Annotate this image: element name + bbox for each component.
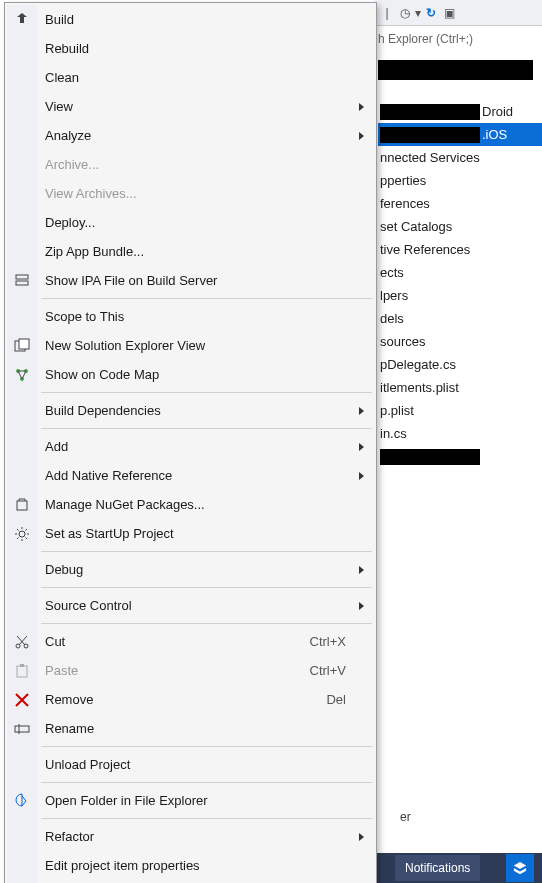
tree-item-label: p.plist: [380, 403, 414, 418]
tree-item[interactable]: sources: [378, 330, 542, 353]
menu-separator: [41, 782, 372, 783]
window-icon[interactable]: ▣: [441, 5, 457, 21]
menu-item-label: Analyze: [45, 128, 374, 143]
tree-item[interactable]: dels: [378, 307, 542, 330]
tree-item[interactable]: pDelegate.cs: [378, 353, 542, 376]
menu-item-build-dependencies[interactable]: Build Dependencies: [7, 396, 374, 425]
panel-tab-label[interactable]: er: [400, 810, 411, 824]
tree-item[interactable]: lpers: [378, 284, 542, 307]
svg-rect-11: [17, 666, 27, 677]
menu-item-new-solution-explorer-view[interactable]: New Solution Explorer View: [7, 331, 374, 360]
svg-rect-3: [19, 339, 29, 349]
remove-icon: [13, 691, 31, 709]
menu-item-label: Unload Project: [45, 757, 374, 772]
menu-item-label: Debug: [45, 562, 374, 577]
menu-item-label: Manage NuGet Packages...: [45, 497, 374, 512]
submenu-arrow-icon: [359, 602, 364, 610]
redacted-block: [378, 60, 533, 80]
menu-item-view[interactable]: View: [7, 92, 374, 121]
search-placeholder[interactable]: h Explorer (Ctrl+;): [378, 32, 473, 46]
menu-item-label: Build: [45, 12, 374, 27]
tree-item[interactable]: tive References: [378, 238, 542, 261]
menu-item-label: Archive...: [45, 157, 374, 172]
menu-item-unload-project[interactable]: Unload Project: [7, 750, 374, 779]
tree-item[interactable]: in.cs: [378, 422, 542, 445]
menu-item-clean[interactable]: Clean: [7, 63, 374, 92]
solution-tree[interactable]: Droid.iOSnnected Servicesppertiesference…: [378, 100, 542, 468]
menu-item-refactor[interactable]: Refactor: [7, 822, 374, 851]
menu-separator: [41, 587, 372, 588]
tree-item-label: tive References: [380, 242, 470, 257]
menu-item-rename[interactable]: Rename: [7, 714, 374, 743]
tree-item[interactable]: ects: [378, 261, 542, 284]
notifications-tab[interactable]: Notifications: [395, 855, 480, 881]
menu-item-set-as-startup-project[interactable]: Set as StartUp Project: [7, 519, 374, 548]
menu-item-analyze[interactable]: Analyze: [7, 121, 374, 150]
tree-item-label: .iOS: [482, 127, 507, 142]
submenu-arrow-icon: [359, 103, 364, 111]
submenu-arrow-icon: [359, 407, 364, 415]
svg-rect-13: [15, 726, 29, 732]
tree-item-label: itlements.plist: [380, 380, 459, 395]
menu-item-build[interactable]: Build: [7, 5, 374, 34]
rename-icon: [13, 720, 31, 738]
menu-item-show-on-code-map[interactable]: Show on Code Map: [7, 360, 374, 389]
history-icon[interactable]: ◷: [397, 5, 413, 21]
tree-item-label: dels: [380, 311, 404, 326]
submenu-arrow-icon: [359, 566, 364, 574]
menu-item-add[interactable]: Add: [7, 432, 374, 461]
menu-item-label: Zip App Bundle...: [45, 244, 374, 259]
codemap-icon: [13, 366, 31, 384]
newview-icon: [13, 337, 31, 355]
feedback-icon[interactable]: [506, 854, 534, 882]
tree-item-label: ects: [380, 265, 404, 280]
menu-item-deploy[interactable]: Deploy...: [7, 208, 374, 237]
tree-item[interactable]: Droid: [378, 100, 542, 123]
tree-item[interactable]: nnected Services: [378, 146, 542, 169]
menu-item-show-ipa-file-on-build-server[interactable]: Show IPA File on Build Server: [7, 266, 374, 295]
menu-item-label: Show IPA File on Build Server: [45, 273, 374, 288]
tree-item-label: lpers: [380, 288, 408, 303]
menu-item-archive: Archive...: [7, 150, 374, 179]
menu-item-debug[interactable]: Debug: [7, 555, 374, 584]
menu-item-label: Paste: [45, 663, 310, 678]
menu-item-scope-to-this[interactable]: Scope to This: [7, 302, 374, 331]
menu-separator: [41, 818, 372, 819]
project-context-menu: BuildRebuildCleanViewAnalyzeArchive...Vi…: [4, 2, 377, 883]
status-bar: Notifications: [375, 853, 542, 883]
menu-item-zip-app-bundle[interactable]: Zip App Bundle...: [7, 237, 374, 266]
menu-item-cut[interactable]: CutCtrl+X: [7, 627, 374, 656]
tree-item[interactable]: [378, 445, 542, 468]
paste-icon: [13, 662, 31, 680]
sync-icon[interactable]: ↻: [423, 5, 439, 21]
tree-item[interactable]: .iOS: [378, 123, 542, 146]
menu-item-label: Build Dependencies: [45, 403, 374, 418]
menu-item-edit-project-item-properties[interactable]: Edit project item properties: [7, 851, 374, 880]
menu-item-manage-nuget-packages[interactable]: Manage NuGet Packages...: [7, 490, 374, 519]
submenu-arrow-icon: [359, 443, 364, 451]
tree-item[interactable]: p.plist: [378, 399, 542, 422]
menu-item-rebuild[interactable]: Rebuild: [7, 34, 374, 63]
menu-item-remove[interactable]: RemoveDel: [7, 685, 374, 714]
menu-item-label: Show on Code Map: [45, 367, 374, 382]
menu-item-label: Add Native Reference: [45, 468, 374, 483]
menu-item-add-native-reference[interactable]: Add Native Reference: [7, 461, 374, 490]
dropdown-icon[interactable]: ▾: [415, 6, 421, 20]
tree-item[interactable]: pperties: [378, 169, 542, 192]
tree-item[interactable]: itlements.plist: [378, 376, 542, 399]
tree-item-label: pperties: [380, 173, 426, 188]
menu-item-label: View: [45, 99, 374, 114]
menu-separator: [41, 746, 372, 747]
explorer-toolbar: | ◷ ▾ ↻ ▣: [375, 0, 542, 26]
menu-item-view-archives: View Archives...: [7, 179, 374, 208]
menu-item-label: Remove: [45, 692, 326, 707]
menu-item-label: Rename: [45, 721, 374, 736]
menu-item-open-folder-in-file-explorer[interactable]: Open Folder in File Explorer: [7, 786, 374, 815]
menu-item-source-control[interactable]: Source Control: [7, 591, 374, 620]
tree-item-label: pDelegate.cs: [380, 357, 456, 372]
nuget-icon: [13, 496, 31, 514]
menu-item-label: Set as StartUp Project: [45, 526, 374, 541]
tree-item[interactable]: set Catalogs: [378, 215, 542, 238]
tree-item[interactable]: ferences: [378, 192, 542, 215]
openfolder-icon: [13, 792, 31, 810]
